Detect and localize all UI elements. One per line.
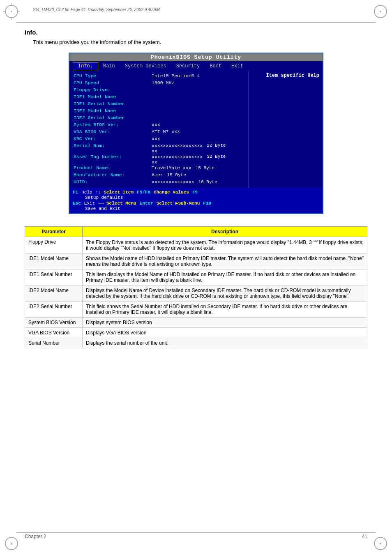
bios-row-floppy: Floppy Drive:: [74, 87, 244, 94]
bios-byte-serial-num: 22 Byte: [207, 143, 226, 148]
bios-key-f9: F9: [192, 190, 198, 195]
bios-value-uuid: xxxxxxxxxxxxxxx: [152, 179, 194, 184]
bios-label-cpu-speed: CPU Speed: [74, 80, 152, 85]
corner-br: [372, 535, 389, 552]
bios-label-kbc: KBC Ver:: [74, 136, 152, 141]
bios-key-f1: F1: [73, 190, 78, 195]
bios-label-uuid: UUID:: [74, 179, 152, 184]
table-cell-desc: Displays system BIOS version: [83, 318, 367, 328]
bios-help-title: Item specific Help: [252, 73, 319, 78]
bios-nav-exit[interactable]: Exit: [226, 62, 248, 70]
bios-nav-boot[interactable]: Boot: [205, 62, 226, 70]
bios-nav-main[interactable]: Main: [98, 62, 120, 70]
bios-key-save-exit: Save and Exit: [85, 206, 120, 211]
bios-nav: Info. Main System Devices Security Boot …: [69, 61, 323, 71]
bios-key-change-values: Change Values: [154, 190, 189, 195]
section-title: Info.: [25, 29, 367, 36]
bios-row-vga-bios: VGA BIOS Ver: ATI M7 xxx: [74, 129, 244, 136]
bios-value-product-name: TravelMate xxx: [152, 165, 191, 170]
table-row: VGA BIOS VersionDisplays VGA BIOS versio…: [25, 328, 367, 338]
bios-label-asset-tag: Asset Tag Number:: [74, 154, 152, 159]
table-row: IDE1 Model NameShows the Model name of H…: [25, 253, 367, 269]
bios-label-cpu-type: CPU Type: [74, 73, 152, 78]
bios-nav-system[interactable]: System Devices: [120, 62, 171, 70]
bios-value-serial-num: xxxxxxxxxxxxxxxxxxxx: [152, 143, 203, 154]
bios-right-panel: Item specific Help: [249, 71, 323, 188]
table-row: Floppy DriveThe Floppy Drive status is a…: [25, 237, 367, 253]
bios-key-enter: Enter: [140, 201, 153, 206]
bios-label-vga-bios: VGA BIOS Ver:: [74, 129, 152, 134]
table-cell-param: System BIOS Version: [25, 318, 83, 328]
table-cell-param: Floppy Drive: [25, 237, 83, 253]
bios-value-asset-tag: xxxxxxxxxxxxxxxxxxxx: [152, 154, 203, 165]
bios-nav-info[interactable]: Info.: [73, 62, 98, 70]
bios-key-help: Help: [81, 190, 92, 195]
bios-key-select-submenu: Select ▶Sub-Menu: [157, 200, 200, 206]
main-content: Info. This menu provides you the informa…: [25, 29, 367, 348]
table-cell-param: IDE2 Serial Number: [25, 302, 83, 318]
bios-footer: F1 Help ↑↓ Select Item F5/F6 Change Valu…: [69, 188, 323, 213]
bios-value-kbc: xxx: [152, 136, 160, 141]
bios-label-floppy: Floppy Drive:: [74, 87, 152, 92]
corner-tl: [3, 3, 20, 20]
bios-row-ide2-model: IDE2 Model Name: [74, 108, 244, 115]
bios-row-cpu-type: CPU Type Intel® Pentium® 4: [74, 73, 244, 80]
bios-byte-manufacturer: 15 Byte: [167, 173, 186, 177]
bios-value-cpu-type: Intel® Pentium® 4: [152, 73, 200, 78]
page-number: 41: [362, 534, 367, 539]
bios-value-manufacturer: Acer: [152, 172, 163, 177]
bios-label-ide2-serial: IDE2 Serial Number: [74, 115, 152, 120]
table-row: Serial NumberDisplays the serial number …: [25, 338, 367, 348]
bios-key-f10: F10: [203, 201, 211, 206]
bios-key-f5f6: F5/F6: [137, 190, 150, 195]
table-cell-desc: Displays the serial number of the unit.: [83, 338, 367, 348]
table-cell-param: Serial Number: [25, 338, 83, 348]
table-cell-desc: Shows the Model name of HDD installed on…: [83, 253, 367, 269]
table-cell-param: IDE2 Model Name: [25, 286, 83, 302]
top-rule: [16, 23, 376, 23]
bios-row-sys-bios: System BIOS Ver: xxx: [74, 122, 244, 129]
section-subtitle: This menu provides you the information o…: [33, 39, 367, 45]
bios-value-cpu-speed: 1800 MHz: [152, 80, 174, 85]
bottom-rule: [16, 532, 376, 532]
corner-tr: [372, 3, 389, 20]
bios-key-exit: Exit: [84, 201, 95, 206]
table-cell-desc: This field shows the Serial Number of HD…: [83, 302, 367, 318]
bios-left-panel: CPU Type Intel® Pentium® 4 CPU Speed 180…: [69, 71, 249, 188]
table-header-parameter: Parameter: [25, 227, 83, 237]
bios-row-ide1-serial: IDE1 Serial Number: [74, 101, 244, 108]
table-header-description: Description: [83, 227, 367, 237]
table-cell-param: VGA BIOS Version: [25, 328, 83, 338]
bios-label-serial-num: Serial Num:: [74, 143, 152, 148]
bios-byte-asset-tag: 32 Byte: [207, 154, 226, 159]
bios-row-serial-num: Serial Num: xxxxxxxxxxxxxxxxxxxx 22 Byte: [74, 143, 244, 154]
table-cell-desc: The Floppy Drive status is auto detected…: [83, 237, 367, 253]
bios-footer-row1: F1 Help ↑↓ Select Item F5/F6 Change Valu…: [73, 190, 319, 195]
bios-label-manufacturer: Manufacturer Name:: [74, 172, 152, 177]
bios-key-select-item: ↑↓ Select Item: [96, 190, 134, 195]
table-row: IDE1 Serial NumberThis item displays the…: [25, 269, 367, 286]
bios-row-kbc: KBC Ver: xxx: [74, 136, 244, 143]
bios-row-manufacturer: Manufacturer Name: Acer 15 Byte: [74, 172, 244, 179]
bios-footer-save: Save and Exit: [73, 206, 319, 211]
bios-key-select-menu: ←→ Select Menu: [98, 201, 136, 206]
table-cell-param: IDE1 Model Name: [25, 253, 83, 269]
bios-row-ide2-serial: IDE2 Serial Number: [74, 115, 244, 122]
table-cell-param: IDE1 Serial Number: [25, 269, 83, 286]
bios-label-ide2-model: IDE2 Model Name: [74, 108, 152, 113]
bios-label-ide1-model: IDE1 Model Name: [74, 94, 152, 99]
table-cell-desc: Displays VGA BIOS version: [83, 328, 367, 338]
bios-row-asset-tag: Asset Tag Number: xxxxxxxxxxxxxxxxxxxx 3…: [74, 154, 244, 165]
bios-nav-security[interactable]: Security: [171, 62, 205, 70]
table-row: IDE2 Serial NumberThis field shows the S…: [25, 302, 367, 318]
bios-body: CPU Type Intel® Pentium® 4 CPU Speed 180…: [69, 71, 323, 188]
bios-label-ide1-serial: IDE1 Serial Number: [74, 101, 152, 106]
param-table: Parameter Description Floppy DriveThe Fl…: [25, 226, 367, 348]
table-row: IDE2 Model NameDisplays the Model Name o…: [25, 286, 367, 302]
bios-key-esc: Esc: [73, 201, 81, 206]
bios-key-setup-defaults: Setup defaults: [85, 195, 123, 200]
bios-value-sys-bios: xxx: [152, 122, 160, 127]
bios-label-sys-bios: System BIOS Ver:: [74, 122, 152, 127]
bios-byte-uuid: 16 Byte: [198, 180, 217, 184]
bios-byte-product-name: 15 Byte: [196, 166, 214, 170]
